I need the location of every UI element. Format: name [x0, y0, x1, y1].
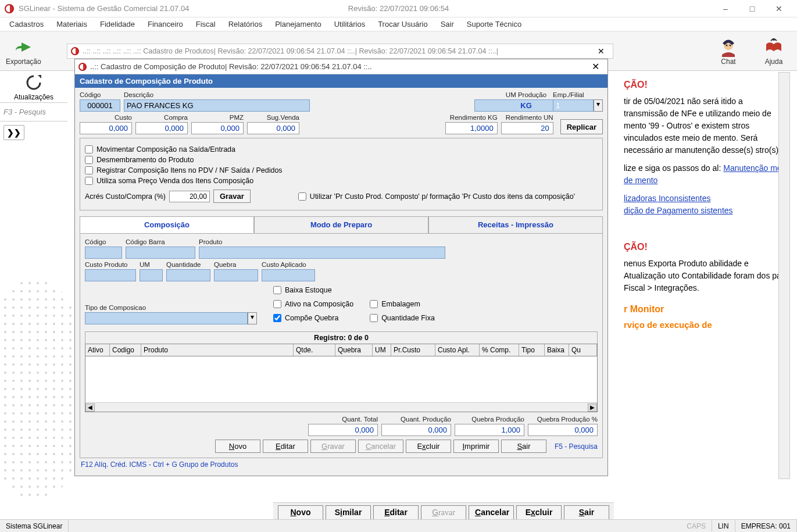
chk-soma-preco[interactable]	[85, 177, 93, 185]
statusbar: Sistema SGLinear CAPS LIN EMPRESA: 001	[0, 519, 797, 532]
app-icon	[78, 63, 87, 71]
grid-scrollbar[interactable]: ◀▶	[85, 402, 597, 412]
col-quebra[interactable]: Quebra	[335, 344, 373, 356]
quant-prod-value: 0,000	[381, 424, 451, 436]
col-prcusto[interactable]: Pr.Custo	[391, 344, 435, 356]
menu-trocar-usuario[interactable]: Trocar Usuário	[372, 18, 433, 30]
minimize-button[interactable]: –	[712, 0, 739, 17]
inner-editar-button[interactable]: Editar	[263, 440, 308, 453]
col-baixa[interactable]: Baixa	[545, 344, 569, 356]
comp-quebra-input[interactable]	[214, 269, 258, 281]
custo-value: 0,000	[80, 122, 132, 134]
col-codigo[interactable]: Codigo	[110, 344, 141, 356]
chk-embalagem[interactable]	[370, 300, 378, 308]
chk-desmembramento[interactable]	[85, 156, 93, 164]
parent-excluir-button[interactable]: Excluir	[516, 505, 562, 520]
comp-tipo-select[interactable]	[85, 312, 248, 324]
menu-fidelidade[interactable]: Fidelidade	[94, 18, 141, 30]
parent-gravar-button[interactable]: Gravar	[421, 505, 466, 520]
toolbar-help[interactable]: Ajuda	[763, 37, 784, 66]
col-custoapl[interactable]: Custo Apl.	[435, 344, 480, 356]
menu-financeiro[interactable]: Financeiro	[142, 18, 189, 30]
col-qtde[interactable]: Qtde.	[294, 344, 335, 356]
comp-tipo-label: Tipo de Composicao	[85, 304, 257, 311]
dropdown-icon[interactable]: ▾	[594, 99, 603, 112]
comp-qtd-input[interactable]	[166, 269, 210, 281]
gravar-acres-button[interactable]: Gravar	[213, 190, 251, 203]
tab-modo-preparo[interactable]: Modo de Preparo	[254, 216, 428, 233]
chk-movimentar[interactable]	[85, 145, 93, 153]
emp-filial-select[interactable]	[553, 99, 594, 112]
parent-similar-button[interactable]: Similar	[326, 505, 371, 520]
composicao-window: ..:: Cadastro de Composição de Produto| …	[74, 59, 608, 476]
inner-excluir-button[interactable]: Excluir	[406, 440, 451, 453]
col-ativo[interactable]: Ativo	[85, 344, 110, 356]
comp-produto-input[interactable]	[199, 247, 445, 259]
descricao-input[interactable]	[124, 99, 310, 112]
menu-cadastros[interactable]: Cadastros	[3, 18, 49, 30]
col-qu[interactable]: Qu	[569, 344, 597, 356]
menu-materiais[interactable]: Materiais	[51, 18, 93, 30]
scroll-left-icon[interactable]: ◀	[85, 404, 95, 412]
dropdown-icon[interactable]: ▾	[248, 312, 257, 324]
codigo-label: Código	[80, 91, 120, 98]
comp-codbarra-input[interactable]	[126, 247, 195, 259]
menu-sair[interactable]: Sair	[435, 18, 460, 30]
close-button[interactable]: ✕	[766, 0, 792, 17]
svg-point-3	[773, 38, 775, 41]
col-produto[interactable]: Produto	[141, 344, 294, 356]
toolbar-export[interactable]: Exportação	[6, 37, 41, 66]
tab-composicao[interactable]: Composição	[80, 216, 254, 233]
chk-compoe-quebra[interactable]	[273, 314, 281, 322]
emp-filial-label: Emp./Filial	[553, 91, 603, 98]
chk-baixa-estoque[interactable]	[273, 286, 281, 294]
chk-registrar-pdv[interactable]	[85, 166, 93, 174]
menu-relatorios[interactable]: Relatórios	[223, 18, 269, 30]
side-heading-2: ÇÃO!	[624, 240, 789, 254]
parent-cancelar-button[interactable]: Cancelar	[469, 505, 514, 520]
close-icon[interactable]: ✕	[593, 47, 609, 56]
inner-cancelar-button[interactable]: Cancelar	[358, 440, 403, 453]
inner-imprimir-button[interactable]: Imprimir	[453, 440, 499, 453]
comp-qtd-label: Quantidade	[166, 261, 210, 268]
side-news-panel: ÇÃO! tir de 05/04/2021 não será itido a …	[616, 72, 797, 338]
menu-utilitarios[interactable]: Utilitários	[328, 18, 371, 30]
toolbar-export-label: Exportação	[6, 58, 41, 66]
side-p3: nenus Exporta Produto abilidade e Atuali…	[624, 258, 789, 294]
acres-input[interactable]	[169, 191, 210, 202]
maximize-button[interactable]: □	[739, 0, 766, 17]
menu-fiscal[interactable]: Fiscal	[190, 18, 221, 30]
col-um[interactable]: UM	[373, 344, 391, 356]
quebra-prod-value: 1,000	[455, 424, 524, 436]
chk-ativo-comp[interactable]	[273, 300, 281, 308]
scroll-right-icon[interactable]: ▶	[588, 404, 597, 412]
chk-utilizar-prcusto[interactable]	[298, 192, 306, 201]
inner-gravar-button[interactable]: Gravar	[310, 440, 356, 453]
side-link3[interactable]: dição de Pagamento sistentes	[624, 206, 733, 215]
close-icon[interactable]: ✕	[587, 61, 604, 72]
comp-codigo-input[interactable]	[85, 247, 122, 259]
comp-custoprod-input[interactable]	[85, 269, 136, 281]
parent-sair-button[interactable]: Sair	[564, 505, 609, 520]
side-scrollbar[interactable]	[778, 72, 790, 479]
col-tipo[interactable]: Tipo	[519, 344, 545, 356]
codigo-input[interactable]	[80, 99, 120, 112]
inner-sair-button[interactable]: Sair	[501, 440, 546, 453]
comp-um-input[interactable]	[140, 269, 163, 281]
menu-planejamento[interactable]: Planejamento	[269, 18, 327, 30]
comp-codigo-label: Código	[85, 238, 122, 245]
menu-suporte[interactable]: Suporte Técnico	[461, 18, 527, 30]
comp-custoapl-input[interactable]	[262, 269, 315, 281]
parent-novo-button[interactable]: Novo	[278, 505, 323, 520]
toolbar-chat[interactable]: Chat	[718, 37, 739, 66]
col-comp[interactable]: % Comp.	[480, 344, 519, 356]
inner-novo-button[interactable]: Novo	[215, 440, 260, 453]
expand-button[interactable]: ❯❯	[3, 125, 24, 140]
parent-editar-button[interactable]: Editar	[373, 505, 419, 520]
side-link2[interactable]: lizadoras Inconsistentes	[624, 194, 710, 203]
left-panel-update[interactable]: Atualizações	[0, 71, 67, 102]
replicar-button[interactable]: Replicar	[560, 119, 603, 134]
chk-qfixa[interactable]	[370, 314, 378, 322]
window-titlebar: SGLinear - Sistema de Gestão Comercial 2…	[0, 0, 797, 17]
tab-receitas[interactable]: Receitas - Impressão	[428, 216, 603, 233]
